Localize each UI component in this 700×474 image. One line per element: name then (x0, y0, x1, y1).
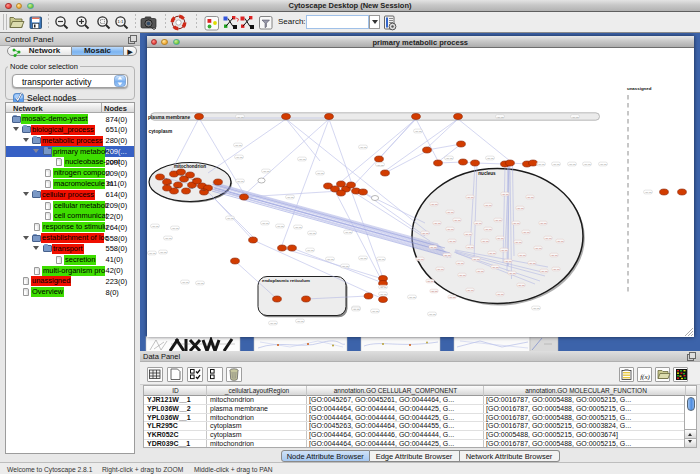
svg-text:nucleus: nucleus (478, 170, 496, 175)
svg-text:Ybr-a1: Ybr-a1 (262, 170, 270, 173)
svg-text:Ybr-a1: Ybr-a1 (445, 157, 453, 160)
svg-text:Ybr-a1: Ybr-a1 (276, 225, 284, 228)
svg-text:Ybr-a1: Ybr-a1 (296, 320, 304, 323)
svg-text:Ybr-a1: Ybr-a1 (428, 313, 436, 316)
svg-text:Ybr-a1: Ybr-a1 (306, 249, 314, 252)
svg-text:Ym1: Ym1 (188, 187, 193, 189)
svg-text:Ygr-a1: Ygr-a1 (443, 253, 451, 255)
svg-text:Ygr-a1: Ygr-a1 (539, 221, 547, 223)
svg-text:Ybr-a1: Ybr-a1 (151, 225, 159, 228)
svg-text:Ygr-a1: Ygr-a1 (488, 251, 496, 253)
svg-text:Ygr-a1: Ygr-a1 (508, 271, 516, 273)
svg-text:Ybr-a1: Ybr-a1 (294, 226, 302, 229)
svg-text:Ygr-a1: Ygr-a1 (464, 232, 472, 234)
svg-text:Ybr-a1: Ybr-a1 (344, 231, 352, 234)
svg-text:Ygr-a1: Ygr-a1 (550, 253, 558, 255)
svg-text:endoplasmic reticulum: endoplasmic reticulum (262, 277, 310, 282)
svg-text:Ygr-a1: Ygr-a1 (484, 227, 492, 229)
svg-text:Ybr-a1: Ybr-a1 (486, 157, 494, 160)
svg-text:Ybr-a1: Ybr-a1 (286, 196, 294, 199)
svg-text:Ybr-a1: Ybr-a1 (552, 163, 560, 166)
svg-text:Ybr-a1: Ybr-a1 (379, 293, 387, 296)
svg-text:plasma membrane: plasma membrane (148, 115, 190, 120)
svg-text:Ygr-a1: Ygr-a1 (516, 206, 524, 208)
svg-text:Ygr-a1: Ygr-a1 (466, 195, 474, 197)
svg-text:Ybr-a1: Ybr-a1 (235, 156, 243, 159)
svg-text:Ym1: Ym1 (162, 177, 167, 179)
svg-text:Ygr-a1: Ygr-a1 (514, 240, 522, 242)
svg-text:Ym1: Ym1 (178, 174, 183, 176)
svg-text:Ygr-a1: Ygr-a1 (484, 203, 492, 205)
svg-text:cytoplasm: cytoplasm (148, 128, 172, 133)
svg-text:f(x): f(x) (640, 372, 650, 380)
svg-text:Ybr-a1: Ybr-a1 (359, 257, 367, 260)
svg-text:Ybr-a1: Ybr-a1 (359, 146, 367, 149)
svg-text:Ygr-a1: Ygr-a1 (433, 221, 441, 223)
svg-text:Ygr-a1: Ygr-a1 (430, 202, 438, 204)
svg-text:Ybr-a1: Ybr-a1 (226, 217, 234, 220)
svg-text:Ygr-a1: Ygr-a1 (453, 218, 461, 220)
svg-text:Ygr-a1: Ygr-a1 (436, 267, 444, 269)
svg-text:Ygr-a1: Ygr-a1 (494, 218, 502, 220)
svg-text:Ybr-a1: Ybr-a1 (599, 163, 607, 166)
svg-text:Ygr-a1: Ygr-a1 (556, 239, 564, 241)
svg-text:Ygr-a1: Ygr-a1 (501, 192, 509, 194)
svg-text:Ybr-a1: Ybr-a1 (376, 163, 384, 166)
svg-text:Ybr-a1: Ybr-a1 (377, 258, 385, 261)
svg-text:Ybr-a1: Ybr-a1 (371, 310, 379, 313)
svg-text:Ygr-a1: Ygr-a1 (500, 248, 508, 250)
svg-text:Ybr-a1: Ybr-a1 (537, 163, 545, 166)
svg-text:Ygr-a1: Ygr-a1 (466, 288, 474, 290)
svg-text:Ybr-a1: Ybr-a1 (261, 222, 269, 225)
svg-text:Ygr-a1: Ygr-a1 (526, 195, 534, 197)
svg-text:Ym1: Ym1 (190, 178, 195, 180)
svg-text:unassigned: unassigned (627, 86, 652, 91)
svg-text:Ygr-a1: Ygr-a1 (496, 236, 504, 238)
svg-text:Ybr-a1: Ybr-a1 (171, 227, 179, 230)
svg-text:Ygr-a1: Ygr-a1 (496, 292, 504, 294)
svg-text:mitochondrion: mitochondrion (173, 163, 205, 168)
svg-text:Ybr-a1: Ybr-a1 (571, 115, 579, 118)
svg-text:Ybr-a1: Ybr-a1 (379, 286, 387, 289)
svg-text:Ybr-a1: Ybr-a1 (568, 163, 576, 166)
svg-text:Ybr-a1: Ybr-a1 (583, 163, 591, 166)
svg-text:Ygr-a1: Ygr-a1 (540, 269, 548, 271)
svg-text:Ygr-a1: Ygr-a1 (458, 273, 466, 275)
svg-text:Ygr-a1: Ygr-a1 (446, 210, 454, 212)
svg-text:Ygr-a1: Ygr-a1 (491, 265, 499, 267)
svg-text:Ygr-a1: Ygr-a1 (430, 289, 438, 291)
svg-text:Ygr-a1: Ygr-a1 (448, 239, 456, 241)
svg-text:Ybr-a1: Ybr-a1 (644, 191, 652, 194)
svg-text:Ybr-a1: Ybr-a1 (181, 281, 189, 284)
svg-text:Ygr-a1: Ygr-a1 (448, 295, 456, 297)
svg-text:Ygr-a1: Ygr-a1 (481, 239, 489, 241)
svg-text:Ygr-a1: Ygr-a1 (466, 245, 474, 247)
svg-text:Ybr-a1: Ybr-a1 (159, 251, 167, 254)
svg-text:Ygr-a1: Ygr-a1 (518, 253, 526, 255)
svg-text:Ybr-a1: Ybr-a1 (326, 258, 334, 261)
svg-text:Ybr-a1: Ybr-a1 (236, 115, 244, 118)
svg-text:Ym1: Ym1 (200, 189, 205, 191)
svg-text:Ygr-a1: Ygr-a1 (512, 221, 520, 223)
svg-text:1:1: 1:1 (118, 19, 124, 24)
svg-text:Ygr-a1: Ygr-a1 (426, 279, 434, 281)
svg-text:Ybr-a1: Ybr-a1 (352, 308, 360, 311)
svg-text:Ygr-a1: Ygr-a1 (534, 246, 542, 248)
svg-text:Ygr-a1: Ygr-a1 (429, 245, 437, 247)
svg-text:Ym1: Ym1 (173, 186, 178, 188)
svg-text:Ygr-a1: Ygr-a1 (456, 261, 464, 263)
svg-text:Ygr-a1: Ygr-a1 (517, 283, 525, 285)
svg-text:Ygr-a1: Ygr-a1 (504, 259, 512, 261)
svg-text:Ybr-a1: Ybr-a1 (308, 232, 316, 235)
svg-text:Ybr-a1: Ybr-a1 (408, 296, 416, 299)
svg-text:Ybr-a1: Ybr-a1 (532, 307, 540, 310)
svg-text:Ygr-a1: Ygr-a1 (522, 230, 530, 232)
svg-text:Ygr-a1: Ygr-a1 (528, 261, 536, 263)
svg-text:Ybr-a1: Ybr-a1 (236, 180, 244, 183)
svg-text:Ygr-a1: Ygr-a1 (552, 267, 560, 269)
svg-text:Ygr-a1: Ygr-a1 (476, 269, 484, 271)
svg-text:Ybr-a1: Ybr-a1 (316, 172, 324, 175)
svg-text:Ygr-a1: Ygr-a1 (421, 231, 429, 233)
svg-text:Ygr-a1: Ygr-a1 (474, 221, 482, 223)
svg-text:Ybr-a1: Ybr-a1 (341, 265, 349, 268)
